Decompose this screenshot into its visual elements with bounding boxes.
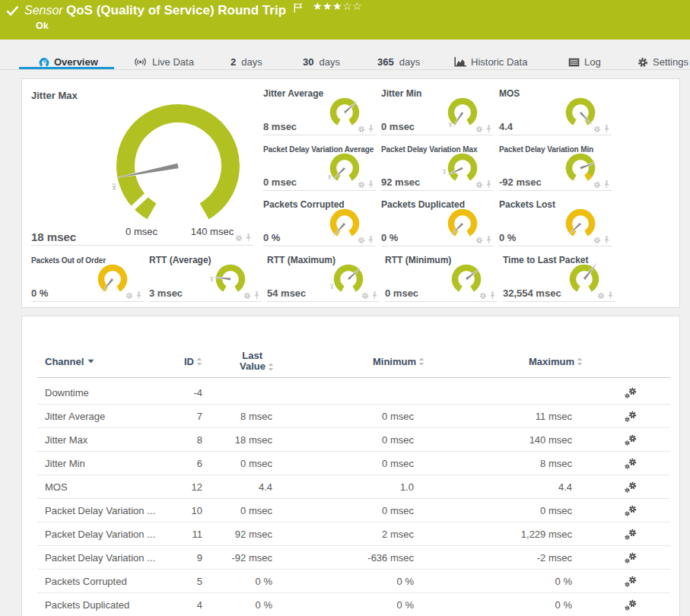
cell-maximum: 0 % — [414, 599, 572, 611]
priority-stars[interactable]: ★★★☆☆ — [313, 0, 362, 12]
channel-settings-icon[interactable] — [623, 433, 638, 446]
tab-label-number: 30 — [303, 56, 313, 68]
gauge-packet-delay-variation-max: Packet Delay Variation Maxx92 msec — [381, 140, 494, 191]
mini-gear-icon[interactable] — [243, 292, 251, 300]
mini-gear-icon[interactable] — [593, 181, 601, 189]
column-label: Last — [242, 351, 262, 361]
mini-pin-icon[interactable] — [489, 291, 496, 300]
mini-gear-icon[interactable] — [479, 292, 487, 300]
gauge-value: 18 msec — [31, 230, 76, 243]
dropdown-caret-icon — [87, 359, 94, 364]
gauge-title: Jitter Average — [263, 88, 323, 99]
mini-pin-icon[interactable] — [367, 180, 374, 189]
tab-historic-data[interactable]: Historic Data — [454, 56, 527, 68]
column-header-maximum[interactable]: Maximum — [414, 356, 572, 367]
sort-icon — [196, 357, 202, 366]
gauge-mini-actions — [593, 236, 610, 244]
mini-pin-icon[interactable] — [371, 291, 378, 300]
mini-gear-icon[interactable] — [475, 181, 483, 189]
column-header-minimum[interactable]: Minimum — [272, 356, 414, 367]
mini-gear-icon[interactable] — [593, 125, 601, 133]
cell-actions — [572, 457, 670, 470]
channel-settings-icon[interactable] — [623, 457, 638, 470]
gauge-value: 0 msec — [381, 121, 415, 132]
mini-gear-icon[interactable] — [475, 237, 483, 244]
gauge-icon — [39, 57, 49, 68]
channel-settings-icon[interactable] — [623, 481, 638, 494]
cell-last-value: 92 msec — [202, 529, 272, 540]
channel-settings-icon[interactable] — [623, 528, 638, 541]
cell-actions — [572, 386, 670, 399]
mini-pin-icon[interactable] — [245, 233, 252, 242]
mini-gear-icon[interactable] — [593, 237, 601, 244]
stars-empty[interactable]: ☆☆ — [342, 0, 362, 12]
cell-id: 6 — [174, 458, 202, 469]
mini-pin-icon[interactable] — [135, 291, 142, 300]
mini-gear-icon[interactable] — [358, 125, 365, 133]
mini-gear-icon[interactable] — [235, 234, 243, 242]
cell-maximum: 8 msec — [414, 458, 572, 469]
channel-settings-icon[interactable] — [623, 504, 638, 517]
cell-channel: Downtime — [37, 387, 174, 398]
cell-actions — [572, 504, 670, 517]
channel-settings-icon[interactable] — [623, 575, 638, 588]
cell-id: 8 — [174, 434, 202, 446]
column-header-last-value[interactable]: Last Value — [202, 351, 272, 372]
tab-live-data[interactable]: Live Data — [133, 56, 194, 68]
mini-pin-icon[interactable] — [485, 125, 492, 133]
table-row: Packets Corrupted50 %0 %0 % — [37, 570, 670, 593]
gauge-value: 8 msec — [263, 121, 297, 132]
mini-pin-icon[interactable] — [607, 291, 614, 300]
cell-minimum: 2 msec — [272, 529, 414, 540]
gauge-packets-duplicated: Packets Duplicated0 % — [381, 195, 494, 246]
tab-365-days[interactable]: 365 days — [377, 56, 420, 68]
table-row: Packet Delay Variation ...100 msec0 msec… — [37, 499, 670, 522]
channel-settings-icon[interactable] — [623, 386, 638, 399]
stars-filled[interactable]: ★★★ — [313, 0, 342, 12]
cell-last-value: 0 msec — [202, 505, 272, 516]
tab-label: Log — [584, 56, 601, 68]
tab-bar: Overview Live Data 2 days 30 days 365 da… — [0, 40, 690, 70]
mini-pin-icon[interactable] — [367, 236, 374, 244]
mini-gear-icon[interactable] — [358, 237, 365, 244]
gauge-title: RTT (Average) — [149, 255, 211, 265]
mini-pin-icon[interactable] — [253, 291, 260, 300]
gauge-jitter-min: Jitter Minx0 msec — [381, 84, 494, 135]
channel-settings-icon[interactable] — [623, 599, 638, 611]
tab-settings[interactable]: Settings — [638, 56, 688, 68]
column-header-channel[interactable]: Channel — [37, 356, 174, 367]
gauge-value: 0 % — [499, 232, 516, 243]
cell-actions — [572, 599, 670, 611]
mini-pin-icon[interactable] — [603, 236, 610, 244]
broadcast-icon — [133, 57, 148, 67]
mini-gear-icon[interactable] — [597, 292, 605, 300]
mini-pin-icon[interactable] — [367, 125, 374, 133]
channel-settings-icon[interactable] — [623, 410, 638, 423]
mini-pin-icon[interactable] — [485, 236, 492, 244]
cell-id: 11 — [174, 529, 202, 540]
cell-id: 5 — [174, 576, 202, 587]
mini-gear-icon[interactable] — [475, 125, 483, 133]
mini-gear-icon[interactable] — [358, 181, 365, 189]
gauge-scale-min: 0 msec — [126, 226, 157, 237]
gauge-packets-out-of-order: Packets Out of Order0 % — [31, 251, 144, 302]
mini-gear-icon[interactable] — [361, 292, 369, 300]
mini-pin-icon[interactable] — [603, 180, 610, 189]
cell-maximum: 0 msec — [414, 505, 572, 516]
tab-log[interactable]: Log — [568, 56, 601, 68]
gauges-panel: Jitter Maxx0 msec140 msec18 msecJitter A… — [21, 78, 680, 308]
mini-gear-icon[interactable] — [126, 292, 133, 300]
mini-pin-icon[interactable] — [485, 180, 492, 189]
mini-pin-icon[interactable] — [603, 125, 610, 133]
cell-minimum: -636 msec — [272, 552, 414, 564]
cell-id: 9 — [174, 552, 202, 564]
cell-minimum: 0 % — [272, 599, 414, 611]
column-header-id[interactable]: ID — [174, 356, 202, 367]
tab-30-days[interactable]: 30 days — [303, 56, 340, 68]
channel-settings-icon[interactable] — [623, 551, 638, 564]
cell-maximum: 1,229 msec — [414, 529, 572, 540]
tab-2-days[interactable]: 2 days — [231, 56, 262, 68]
priority-flag-icon[interactable] — [294, 3, 303, 13]
table-row: Packets Duplicated40 %0 %0 % — [37, 593, 670, 616]
channel-table-panel: Channel ID Last Value Minimum Maximum Do… — [21, 316, 680, 616]
